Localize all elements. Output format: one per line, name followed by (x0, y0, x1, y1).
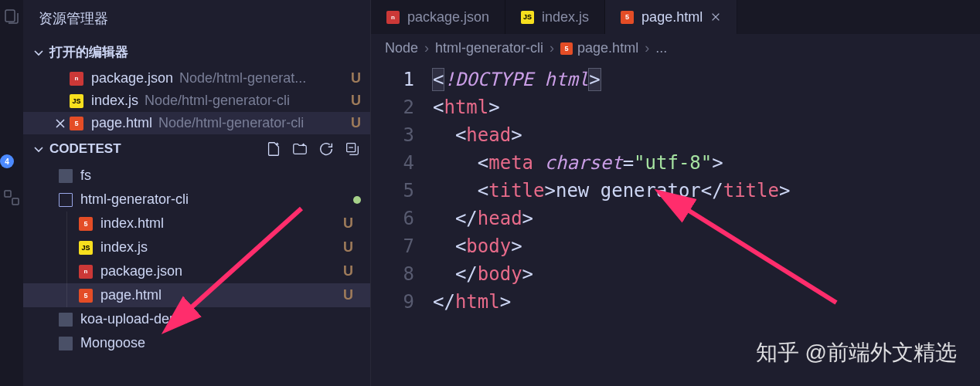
js-icon: JS (521, 11, 534, 24)
breadcrumb-separator: › (550, 40, 554, 56)
code-content[interactable]: <!DOCTYPE html> <html> <head> <meta char… (433, 66, 790, 316)
git-status: U (345, 93, 361, 109)
refresh-icon[interactable] (318, 141, 335, 157)
html-icon: 5 (70, 117, 83, 130)
explorer-sidebar: 资源管理器 打开的编辑器 n package.json Node/html-ge… (23, 0, 371, 386)
editor-tabs: n package.json JS index.js 5 page.html (371, 0, 980, 34)
editor-tab[interactable]: n package.json (371, 0, 505, 34)
close-icon[interactable] (710, 12, 721, 22)
breadcrumb-item[interactable]: Node (385, 40, 418, 56)
breadcrumb-separator: › (645, 40, 649, 56)
npm-icon: n (79, 265, 93, 279)
tree-item-label: page.html (100, 287, 162, 303)
tree-item[interactable]: html-generator-cli (23, 188, 370, 212)
breadcrumb-item[interactable]: html-generator-cli (435, 40, 543, 56)
tree-item[interactable]: 5 page.html U (23, 283, 370, 307)
folder-icon (59, 337, 73, 350)
tree-item[interactable]: n package.json U (23, 259, 370, 283)
tree-item[interactable]: koa-upload-demo (23, 307, 370, 331)
open-editor-item[interactable]: n package.json Node/html-generat... U (23, 67, 370, 90)
tree-item-label: fs (80, 168, 91, 184)
collapse-all-icon[interactable] (344, 141, 361, 157)
tree-item[interactable]: 5 index.html U (23, 212, 370, 235)
open-editor-item[interactable]: 5 page.html Node/html-generator-cli U (23, 112, 370, 134)
open-editor-name: index.js (91, 93, 138, 109)
chevron-down-icon (32, 143, 45, 155)
tab-label: index.js (542, 9, 589, 25)
svg-rect-0 (5, 10, 15, 22)
git-status: U (343, 239, 361, 256)
open-editors-header[interactable]: 打开的编辑器 (23, 37, 370, 67)
svg-rect-2 (12, 198, 19, 205)
close-icon[interactable] (54, 117, 66, 130)
svg-rect-1 (5, 191, 11, 197)
npm-icon: n (386, 11, 400, 24)
editor-tab[interactable]: 5 page.html (605, 0, 737, 34)
tab-label: page.html (641, 9, 703, 25)
tree-item-label: index.html (100, 215, 164, 232)
new-file-icon[interactable] (265, 141, 282, 157)
new-folder-icon[interactable] (291, 141, 308, 157)
tree-item-label: html-generator-cli (80, 191, 189, 208)
tab-label: package.json (407, 9, 489, 25)
open-editor-path: Node/html-generator-cli (145, 93, 345, 109)
breadcrumb-tail[interactable]: ... (655, 40, 667, 56)
files-icon[interactable] (2, 8, 21, 26)
html-icon: 5 (79, 217, 93, 231)
open-editor-item[interactable]: JS index.js Node/html-generator-cli U (23, 90, 370, 112)
open-editor-path: Node/html-generator-cli (158, 115, 345, 131)
code-editor[interactable]: 123456789 <!DOCTYPE html> <html> <head> … (371, 63, 980, 316)
tree-item[interactable]: fs (23, 164, 370, 188)
breadcrumb[interactable]: Node › html-generator-cli › 5 page.html … (371, 34, 980, 63)
js-icon: JS (70, 94, 83, 108)
html-icon: 5 (79, 289, 93, 303)
git-status: U (345, 70, 361, 86)
html-icon: 5 (560, 42, 573, 55)
tree-item-label: package.json (100, 263, 182, 279)
git-status: U (343, 287, 361, 303)
extensions-icon[interactable] (2, 188, 21, 207)
scm-badge[interactable]: 4 (0, 154, 14, 168)
folder-open-icon (59, 193, 73, 207)
editor-tab[interactable]: JS index.js (505, 0, 605, 34)
open-editor-path: Node/html-generat... (179, 70, 345, 86)
breadcrumb-separator: › (424, 40, 429, 56)
modified-dot (353, 196, 361, 204)
npm-icon: n (70, 72, 83, 86)
explorer-title: 资源管理器 (23, 0, 370, 37)
tree-item-label: index.js (100, 239, 148, 256)
js-icon: JS (79, 241, 93, 255)
git-status: U (343, 263, 361, 279)
folder-icon (59, 169, 73, 183)
open-editors-label: 打开的编辑器 (49, 43, 128, 61)
editor-region: n package.json JS index.js 5 page.html N… (371, 0, 980, 386)
git-status: U (345, 115, 361, 131)
line-numbers: 123456789 (371, 66, 433, 316)
tree-item-label: Mongoose (80, 335, 145, 351)
open-editor-name: page.html (91, 115, 152, 131)
watermark: 知乎 @前端外文精选 (756, 338, 957, 367)
chevron-down-icon (32, 46, 45, 59)
tree-item[interactable]: Mongoose (23, 331, 370, 355)
workspace-label: CODETEST (49, 141, 121, 157)
breadcrumb-file[interactable]: page.html (577, 40, 638, 56)
git-status: U (343, 215, 361, 232)
folder-icon (59, 313, 73, 327)
activity-bar: 4 (0, 0, 23, 386)
open-editor-name: package.json (91, 70, 173, 86)
workspace-header[interactable]: CODETEST (23, 134, 370, 164)
tree-item[interactable]: JS index.js U (23, 235, 370, 259)
tree-item-label: koa-upload-demo (80, 311, 189, 327)
html-icon: 5 (621, 11, 634, 24)
